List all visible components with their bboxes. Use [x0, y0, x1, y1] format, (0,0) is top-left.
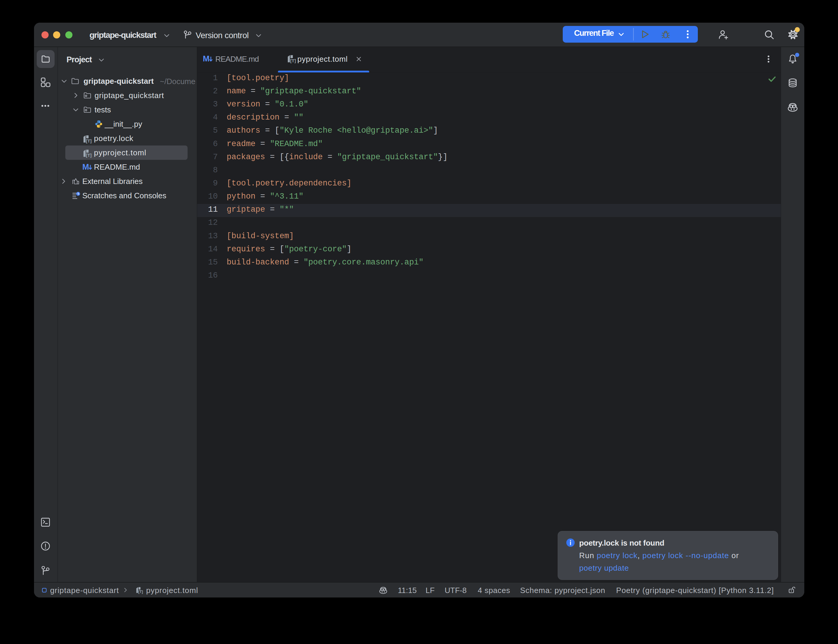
svg-text:[T]: [T] — [86, 153, 92, 158]
svg-text:[T]: [T] — [138, 590, 143, 594]
svg-text:[T]: [T] — [290, 58, 296, 63]
svg-text:[T]: [T] — [86, 138, 92, 143]
